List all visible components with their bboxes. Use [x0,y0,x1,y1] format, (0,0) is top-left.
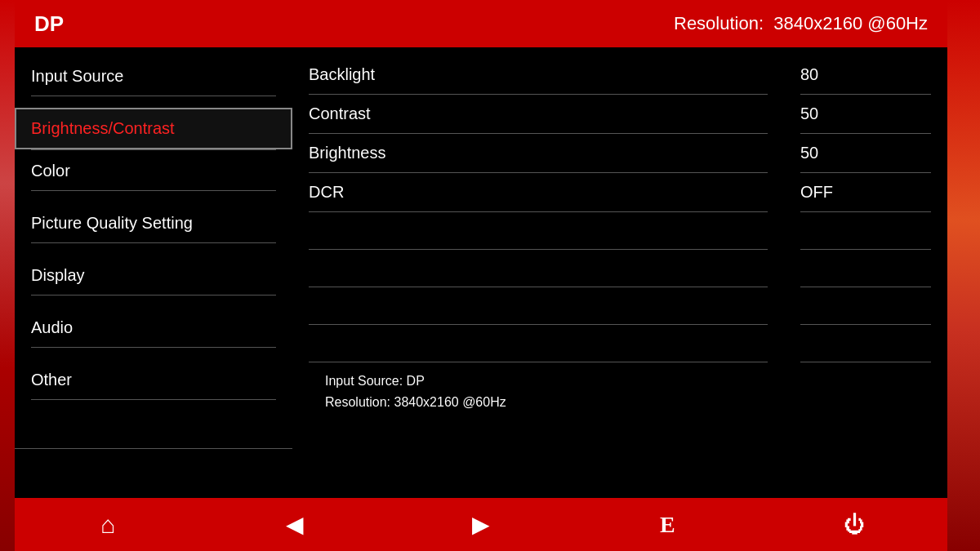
value-brightness: 50 [800,134,931,173]
settings-labels-column: Backlight Contrast Brightness DCR Input … [292,47,784,498]
left-arrow-icon: ◀ [286,511,304,538]
home-icon: ⌂ [100,511,115,539]
empty-value-3 [800,287,931,325]
sidebar-item-other[interactable]: Other [15,359,292,411]
sidebar-item-color[interactable]: Color [15,150,292,202]
right-arrow-icon: ▶ [472,511,490,538]
home-button[interactable]: ⌂ [87,504,128,545]
info-line1: Input Source: DP [325,371,751,392]
left-panel: Input Source Brightness/Contrast Color P… [15,47,292,498]
settings-values-column: 80 50 50 OFF [784,47,947,498]
content-area: Input Source Brightness/Contrast Color P… [15,47,947,498]
header-resolution: Resolution: 3840x2160 @60Hz [674,13,928,34]
right-button[interactable]: ▶ [461,504,501,545]
left-decoration [0,0,15,551]
setting-row-backlight: Backlight [309,56,768,95]
sidebar-item-picture-quality[interactable]: Picture Quality Setting [15,202,292,255]
value-backlight: 80 [800,56,931,95]
empty-row-1 [15,411,292,449]
empty-value-4 [800,325,931,362]
sidebar-item-brightness-contrast[interactable]: Brightness/Contrast [15,108,292,149]
menu-icon: E [660,512,675,538]
footer-bar: ⌂ ◀ ▶ E ⏻ [15,498,947,551]
right-panel: Backlight Contrast Brightness DCR Input … [292,47,947,498]
left-button[interactable]: ◀ [274,504,315,545]
empty-setting-4 [309,325,768,362]
power-icon: ⏻ [844,512,865,537]
header-bar: DP Resolution: 3840x2160 @60Hz [15,0,947,47]
empty-setting-1 [309,212,768,250]
sidebar-item-display[interactable]: Display [15,255,292,307]
setting-row-brightness: Brightness [309,134,768,173]
menu-button[interactable]: E [647,504,688,545]
power-button[interactable]: ⏻ [834,504,875,545]
header-title: DP [34,11,64,37]
main-wrapper: DP Resolution: 3840x2160 @60Hz Input Sou… [15,0,947,551]
empty-value-1 [800,212,931,250]
sidebar-item-audio[interactable]: Audio [15,307,292,359]
empty-setting-3 [309,287,768,325]
setting-row-dcr: DCR [309,173,768,212]
value-dcr: OFF [800,173,931,212]
empty-value-2 [800,250,931,287]
empty-setting-2 [309,250,768,287]
info-area: Input Source: DP Resolution: 3840x2160 @… [309,362,768,420]
setting-row-contrast: Contrast [309,95,768,134]
value-contrast: 50 [800,95,931,134]
sidebar-item-input-source[interactable]: Input Source [15,56,292,108]
right-decoration [947,0,980,551]
info-line2: Resolution: 3840x2160 @60Hz [325,392,751,413]
